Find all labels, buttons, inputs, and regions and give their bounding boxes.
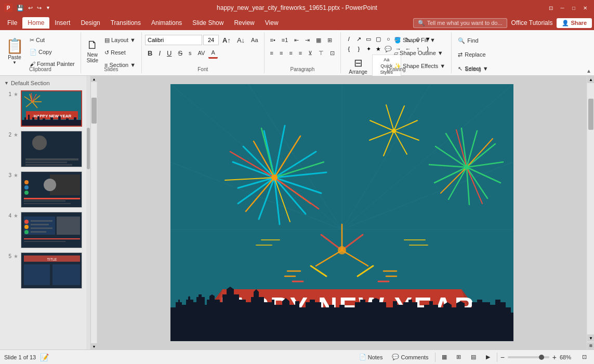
scroll-down-button[interactable]: ▼ (91, 343, 97, 349)
increase-font-button[interactable]: A↑ (220, 34, 233, 46)
ribbon-collapse-button[interactable]: ▲ (584, 30, 594, 76)
bold-button[interactable]: B (145, 47, 155, 59)
slide-thumb-1: HAPPY NEW YEAR (21, 90, 82, 127)
restore-icon[interactable]: ⊡ (546, 3, 556, 12)
shape-outline-arrow-icon: ▼ (438, 50, 443, 56)
shadow-button[interactable]: s (186, 47, 194, 59)
comments-button[interactable]: 💬 Comments (389, 353, 431, 361)
scroll-down-right-button[interactable]: ▼ (587, 334, 594, 342)
align-text-button[interactable]: ⊤ (316, 47, 326, 59)
zoom-in-button[interactable]: + (552, 353, 557, 361)
italic-button[interactable]: I (156, 47, 163, 59)
cut-button[interactable]: ✂ Cut (27, 34, 77, 46)
decrease-font-button[interactable]: A↓ (234, 34, 247, 46)
left-scrollbar[interactable]: ▲ ▼ (91, 76, 97, 349)
numbered-list-button[interactable]: ≡1 (279, 34, 291, 46)
font-size-input[interactable] (203, 35, 219, 45)
menu-review[interactable]: Review (229, 17, 259, 29)
slide-item-4[interactable]: 4 ★ (0, 210, 90, 250)
fit-window-button[interactable]: ⊡ (578, 352, 590, 363)
shape-rect[interactable]: ▭ (364, 34, 373, 44)
slide-item-2[interactable]: 2 ★ (0, 129, 90, 169)
font-color-button[interactable]: A (208, 47, 217, 59)
shape-arrow[interactable]: ↗ (354, 34, 363, 44)
notes-button[interactable]: 📄 Notes (356, 353, 386, 361)
convert-smartart-button[interactable]: ⊡ (327, 47, 337, 59)
search-placeholder: Tell me what you want to do... (427, 20, 503, 26)
align-center-button[interactable]: ≡ (277, 47, 285, 59)
scroll-up-right-button[interactable]: ▲ (587, 76, 594, 83)
paste-dropdown-icon: ▼ (12, 60, 17, 65)
menu-home[interactable]: Home (22, 17, 49, 29)
shape-fill-button[interactable]: 🪣 Shape Fill ▼ (391, 34, 448, 46)
maximize-button[interactable]: □ (569, 3, 578, 12)
new-slide-button[interactable]: 🗋 NewSlide (84, 38, 101, 65)
increase-indent-button[interactable]: ⇥ (302, 34, 312, 46)
spacing-button[interactable]: AV (195, 47, 208, 59)
slide-item-3[interactable]: 3 ★ (0, 169, 90, 210)
customize-icon[interactable]: ▼ (45, 4, 51, 11)
reading-view-button[interactable]: ▤ (468, 352, 479, 363)
scroll-up-button[interactable]: ▲ (91, 76, 97, 82)
align-right-button[interactable]: ≡ (286, 47, 295, 59)
bullet-list-button[interactable]: ≡• (268, 34, 278, 46)
undo-icon[interactable]: ↩ (27, 4, 34, 12)
normal-view-button[interactable]: ▦ (439, 352, 450, 363)
shape-brace-left[interactable]: { (344, 44, 353, 53)
zoom-slider[interactable] (508, 356, 549, 358)
underline-button[interactable]: U (164, 47, 174, 59)
drawing-group-label: Drawing (341, 66, 451, 72)
text-direction-button[interactable]: ⊻ (306, 47, 315, 59)
shape-outline-button[interactable]: ▱ Shape Outline ▼ (391, 47, 448, 59)
layout-button[interactable]: ▤ Layout ▼ (102, 34, 138, 46)
menu-slideshow[interactable]: Slide Show (187, 17, 229, 29)
menu-file[interactable]: File (2, 17, 22, 29)
slide-item-5[interactable]: 5 ★ TITLE (0, 250, 90, 291)
shape-star5[interactable]: ★ (374, 44, 383, 53)
menu-view[interactable]: View (260, 17, 284, 29)
menu-design[interactable]: Design (75, 17, 105, 29)
decrease-indent-button[interactable]: ⇤ (292, 34, 301, 46)
align-left-button[interactable]: ≡ (268, 47, 276, 59)
section-header[interactable]: ▼ Default Section (0, 78, 90, 88)
slide-item-1[interactable]: 1 ★ (0, 88, 90, 129)
font-name-input[interactable] (145, 35, 202, 45)
replace-button[interactable]: ⇄ Replace (455, 48, 491, 61)
clipboard-buttons: ✂ Cut 📄 Copy 🖌 Format Painter (27, 32, 77, 70)
shape-rounded-rect[interactable]: ▢ (374, 34, 383, 44)
shape-star4[interactable]: ✦ (364, 44, 373, 53)
strikethrough-button[interactable]: S (175, 47, 185, 59)
justify-button[interactable]: ≡ (296, 47, 305, 59)
copy-button[interactable]: 📄 Copy (27, 46, 77, 58)
share-button[interactable]: 👤 Share (557, 18, 592, 28)
menu-animations[interactable]: Animations (146, 17, 187, 29)
shape-line[interactable]: / (344, 34, 353, 44)
right-scroll-thumb (588, 99, 593, 130)
menu-transitions[interactable]: Transitions (105, 17, 146, 29)
close-button[interactable]: ✕ (580, 3, 590, 12)
smart-art-button[interactable]: ⊞ (325, 34, 335, 46)
slide-thumb-5: TITLE (21, 252, 82, 289)
minimize-button[interactable]: ─ (558, 3, 567, 12)
shape-brace-right[interactable]: } (354, 44, 363, 53)
slide-sorter-button[interactable]: ⊞ (453, 352, 465, 363)
svg-point-115 (338, 246, 346, 254)
columns-button[interactable]: ▦ (313, 34, 324, 46)
slide-canvas[interactable]: HAPPY NEW YEAR (170, 84, 513, 341)
find-button[interactable]: 🔍 Find (455, 34, 491, 47)
redo-icon[interactable]: ↪ (36, 4, 43, 12)
slide-show-button[interactable]: ▶ (482, 352, 494, 363)
office-tutorials-link[interactable]: Office Tutorials (507, 19, 557, 26)
slide-panel-scrollbar[interactable] (86, 76, 90, 349)
scroll-zoom-button[interactable]: ⊞ (587, 342, 594, 349)
clear-format-button[interactable]: Aa (248, 34, 260, 46)
zoom-out-button[interactable]: − (500, 353, 505, 361)
menu-insert[interactable]: Insert (49, 17, 75, 29)
paste-button[interactable]: 📋 Paste ▼ (3, 36, 26, 65)
editing-group-label: Editing (452, 66, 494, 72)
search-bar[interactable]: 🔍 Tell me what you want to do... (413, 18, 507, 28)
svg-text:TITLE: TITLE (47, 258, 57, 261)
save-icon[interactable]: 💾 (16, 4, 25, 12)
right-scrollbar[interactable]: ▲ ▼ ⊞ (587, 76, 594, 349)
reset-button[interactable]: ↺ Reset (102, 47, 138, 58)
